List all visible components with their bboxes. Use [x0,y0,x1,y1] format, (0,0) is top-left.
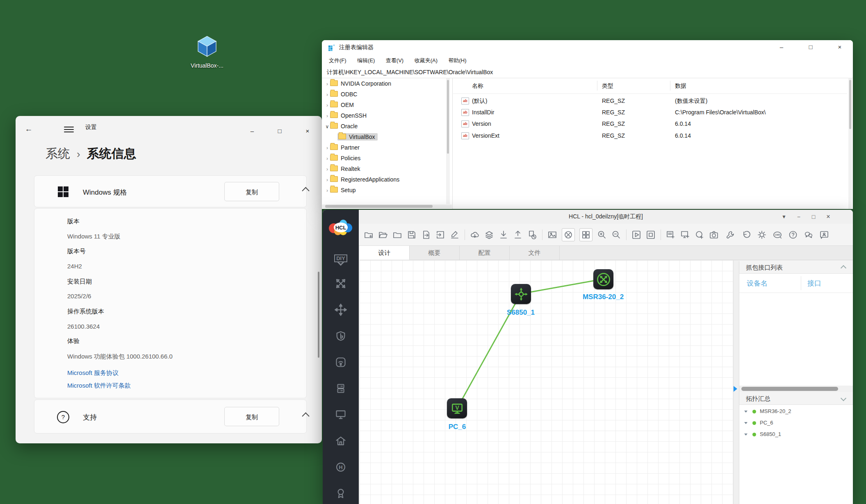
menu-file[interactable]: 文件(F) [324,55,351,66]
tools-wrench-icon[interactable] [726,230,736,240]
topology-item[interactable]: PC_6 [739,417,853,429]
menu-favorites[interactable]: 收藏夹(A) [410,55,442,66]
tab-summary[interactable]: 概要 [410,246,460,260]
registry-value-row[interactable]: ab (默认) REG_SZ (数值未设置) [453,95,847,107]
panel-collapse-arrow[interactable] [734,386,737,392]
copy-spec-button[interactable]: 复制 [224,182,279,201]
back-icon[interactable]: ← [23,124,34,134]
topology-canvas[interactable]: S6850_1 MSR36-20_2 V PC_6 [360,260,733,504]
breadcrumb-parent[interactable]: 系统 [46,147,70,160]
settings-scrollbar[interactable] [318,272,319,358]
tree-item[interactable]: ›OEM [322,100,452,110]
sidebar-terminal-icon[interactable] [323,404,359,425]
collapse-icon[interactable] [841,265,846,271]
registry-maximize-button[interactable]: □ [798,40,823,54]
device-switch[interactable] [511,284,531,304]
hcl-close-button[interactable]: × [822,212,834,222]
sidebar-move-icon[interactable] [323,299,359,320]
canvas-scrollbar[interactable] [733,260,739,504]
start-all-icon[interactable] [631,230,641,240]
sidebar-connections-icon[interactable] [323,273,359,294]
settings-minimize-button[interactable]: – [244,126,260,136]
collapse-chevron-icon[interactable] [302,412,309,420]
chevron-right-icon[interactable]: › [324,164,330,175]
device-log-icon[interactable] [527,230,537,240]
menu-edit[interactable]: 编辑(E) [353,55,379,66]
expand-icon[interactable] [841,395,846,401]
copy-support-button[interactable]: 复制 [224,407,279,426]
sidebar-wireless-icon[interactable] [323,352,359,373]
chevron-right-icon[interactable]: › [324,79,330,89]
chevron-right-icon[interactable]: › [324,185,330,196]
screenshot-icon[interactable] [709,230,719,240]
tree-item-oracle[interactable]: ∨Oracle [322,121,452,132]
tree-horizontal-scrollbar[interactable] [322,204,452,208]
chevron-right-icon[interactable]: › [324,111,330,121]
feedback-icon[interactable] [819,230,829,240]
sidebar-server-icon[interactable] [323,378,359,399]
device-pc[interactable]: V [447,398,467,418]
capture-panel-header[interactable]: 抓包接口列表 [739,261,853,274]
sidebar-firewall-icon[interactable] [323,325,359,347]
download-icon[interactable] [499,230,508,240]
registry-value-row[interactable]: ab InstallDir REG_SZ C:\Program Files\Or… [453,107,847,118]
chevron-right-icon[interactable]: › [324,143,330,153]
column-header-data[interactable]: 数据 [675,78,686,93]
virtualbox-desktop-icon[interactable]: VirtualBox-... [187,34,228,69]
tab-config[interactable]: 配置 [460,246,510,260]
chevron-right-icon[interactable]: › [324,100,330,111]
topology-overview-icon[interactable] [562,228,575,241]
device-label[interactable]: MSR36-20_2 [583,293,624,301]
column-header-name[interactable]: 名称 [472,78,483,93]
tree-item[interactable]: ›Setup [322,185,452,195]
help-icon[interactable] [788,230,798,240]
settings-close-button[interactable]: × [299,126,316,136]
sidebar-award-icon[interactable] [323,483,359,504]
column-header-type[interactable]: 类型 [602,78,613,93]
hamburger-menu-icon[interactable] [64,127,74,132]
wechat-icon[interactable] [804,230,814,240]
zoom-in-icon[interactable] [597,230,607,240]
collapse-chevron-icon[interactable] [302,187,309,194]
values-vertical-scrollbar[interactable] [848,78,852,209]
export-image-icon[interactable] [547,230,557,240]
services-agreement-link[interactable]: Microsoft 服务协议 [67,369,119,377]
topology-item[interactable]: MSR36-20_2 [739,406,853,417]
tree-item[interactable]: ›ODBC [322,89,452,100]
tree-item[interactable]: ›Partner [322,142,452,153]
expander-icon[interactable] [744,411,747,413]
column-interface[interactable]: 接口 [807,279,821,288]
add-note-icon[interactable] [666,230,676,240]
tree-item[interactable]: ›Policies [322,153,452,163]
stop-all-icon[interactable] [646,230,656,240]
import-project-icon[interactable] [435,230,445,240]
tree-item[interactable]: ›NVIDIA Corporation [322,78,452,89]
edit-icon[interactable] [450,230,460,240]
tree-vertical-scrollbar[interactable] [446,78,450,204]
chevron-right-icon[interactable]: › [324,89,330,100]
hcl-minimize-button[interactable]: – [793,212,805,222]
sidebar-h3c-device-icon[interactable]: H [323,456,359,478]
device-router[interactable] [593,269,613,289]
zoom-out-icon[interactable] [611,230,621,240]
menu-help[interactable]: 帮助(H) [444,55,471,66]
chevron-right-icon[interactable]: › [324,153,330,164]
registry-close-button[interactable]: × [827,40,852,54]
sidebar-home-icon[interactable] [323,430,359,452]
layers-icon[interactable] [484,230,494,240]
topology-summary-header[interactable]: 拓扑汇总 [739,392,853,405]
capture-horizontal-scrollbar[interactable] [739,386,853,392]
registry-address-bar[interactable]: 计算机\HKEY_LOCAL_MACHINE\SOFTWARE\Oracle\V… [322,66,853,78]
registry-value-row[interactable]: ab VersionExt REG_SZ 6.0.14 [453,130,847,141]
expander-icon[interactable] [744,434,747,436]
registry-minimize-button[interactable]: – [769,40,794,54]
tab-design[interactable]: 设计 [360,246,410,260]
tree-item[interactable]: ›Realtek [322,163,452,174]
project-folder-icon[interactable] [392,230,402,240]
settings-gear-icon[interactable] [757,230,767,240]
sidebar-diy-icon[interactable]: DIY [323,247,359,269]
chevron-down-icon[interactable]: ∨ [324,121,330,132]
new-topology-icon[interactable] [364,230,374,240]
device-label[interactable]: PC_6 [449,423,466,431]
open-project-icon[interactable] [378,230,388,240]
